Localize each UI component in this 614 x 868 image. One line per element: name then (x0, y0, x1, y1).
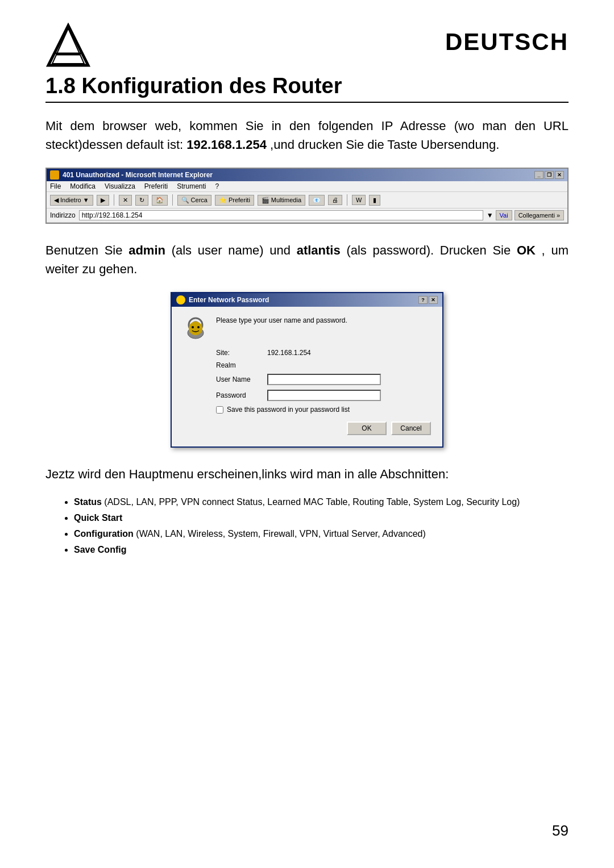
site-value: 192.168.1.254 (267, 349, 311, 357)
toolbar-separator-2 (172, 194, 173, 206)
dialog-question-button[interactable]: ? (418, 296, 428, 304)
svg-point-10 (189, 322, 202, 335)
instr-mid1: (als user name) und (172, 243, 297, 257)
extra-icon: ▮ (373, 197, 376, 204)
search-button[interactable]: 🔍 Cerca (177, 195, 211, 206)
list-item: Configuration (WAN, LAN, Wireless, Syste… (74, 529, 569, 539)
logo-area (45, 23, 91, 68)
main-menu-paragraph: Jeztz wird den Hauptmenu erscheinen,link… (45, 465, 569, 483)
browser-titlebar: 401 Unauthorized - Microsoft Internet Ex… (47, 169, 567, 181)
close-button[interactable]: ✕ (555, 171, 564, 179)
dropdown-icon[interactable]: ▼ (487, 211, 493, 219)
password-label: Password (216, 391, 267, 399)
media-button[interactable]: 🎬 Multimedia (258, 195, 305, 206)
browser-addressbar: Indirizzo ▼ Vai Collegamenti » (47, 208, 567, 223)
home-button[interactable]: 🏠 (152, 195, 168, 206)
configuration-detail: (WAN, LAN, Wireless, System, Firewall, V… (136, 529, 425, 539)
favorites-button[interactable]: ⭐ Preferiti (215, 195, 254, 206)
search-label: Cerca (191, 197, 208, 203)
media-icon: 🎬 (262, 197, 269, 204)
quickstart-label: Quick Start (74, 513, 122, 523)
word-button[interactable]: W (352, 195, 366, 205)
star-icon: ⭐ (219, 197, 227, 204)
site-label: Site: (216, 349, 267, 357)
ie-icon (50, 170, 59, 180)
mail-button[interactable]: 📧 (309, 195, 325, 206)
realm-row: Realm (216, 361, 431, 369)
mail-icon: 📧 (313, 197, 321, 204)
vai-button[interactable]: Vai (496, 210, 512, 220)
section-heading: 1.8 Konfiguration des Router (45, 74, 569, 103)
back-icon: ◀ (54, 197, 59, 204)
media-label: Multimedia (271, 197, 301, 203)
feature-list: Status (ADSL, LAN, PPP, VPN connect Stat… (45, 497, 569, 555)
back-button[interactable]: ◀ Indietro ▼ (50, 195, 93, 206)
extra-button[interactable]: ▮ (369, 195, 380, 206)
forward-button[interactable]: ▶ (97, 195, 109, 206)
intro-paragraph: Mit dem browser web, kommen Sie in den f… (45, 116, 569, 154)
list-item: Status (ADSL, LAN, PPP, VPN connect Stat… (74, 497, 569, 507)
dialog-close-button[interactable]: ✕ (429, 296, 438, 304)
instr-mid2: (als password). Drucken Sie (346, 243, 517, 257)
intro-text-after: ,und drucken Sie die Taste Ubersendung. (270, 137, 499, 152)
browser-window: 401 Unauthorized - Microsoft Internet Ex… (45, 168, 569, 224)
instr-password: atlantis (297, 243, 341, 257)
save-password-row: Save this password in your password list (216, 406, 431, 414)
dialog-overlay: Enter Network Password ? ✕ (136, 292, 478, 448)
stop-button[interactable]: ✕ (119, 195, 132, 206)
back-dropdown-icon: ▼ (83, 197, 89, 203)
deutsch-label: DEUTSCH (445, 28, 569, 56)
password-instruction: Benutzen Sie admin (als user name) und a… (45, 241, 569, 278)
ok-button[interactable]: OK (347, 422, 387, 435)
dialog-title-area: Enter Network Password (176, 295, 269, 304)
dialog-prompt: Please type your user name and password. (216, 316, 347, 326)
cancel-button[interactable]: Cancel (391, 422, 431, 435)
list-item: Save Config (74, 545, 569, 555)
instr-ok: OK (517, 243, 536, 257)
realm-label: Realm (216, 361, 267, 369)
browser-toolbar: ◀ Indietro ▼ ▶ ✕ ↻ 🏠 🔍 Cerca ⭐ Preferiti… (47, 192, 567, 208)
toolbar-separator-1 (114, 194, 114, 206)
refresh-button[interactable]: ↻ (135, 195, 148, 206)
menu-visualizza[interactable]: Visualizza (105, 182, 135, 190)
dialog-title-label: Enter Network Password (189, 296, 269, 304)
menu-modifica[interactable]: Modifica (70, 182, 96, 190)
menu-strumenti[interactable]: Strumenti (177, 182, 206, 190)
titlebar-controls[interactable]: _ ❐ ✕ (534, 171, 564, 179)
status-label: Status (74, 497, 102, 507)
save-password-label: Save this password in your password list (227, 406, 350, 414)
toolbar-separator-3 (347, 194, 347, 206)
menu-file[interactable]: File (50, 182, 61, 190)
dialog-title-controls[interactable]: ? ✕ (418, 296, 438, 304)
username-label: User Name (216, 375, 267, 383)
site-row: Site: 192.168.1.254 (216, 349, 431, 357)
restore-button[interactable]: ❐ (545, 171, 554, 179)
menu-preferiti[interactable]: Preferiti (144, 182, 168, 190)
username-input[interactable] (267, 374, 381, 385)
saveconfig-label: Save Config (74, 545, 126, 554)
password-input[interactable] (267, 390, 381, 401)
configuration-label: Configuration (74, 529, 134, 539)
save-password-checkbox[interactable] (216, 406, 223, 414)
svg-point-12 (197, 326, 200, 328)
status-detail: (ADSL, LAN, PPP, VPN connect Status, Lea… (104, 497, 520, 507)
page-number: 59 (552, 822, 569, 840)
back-label: Indietro (60, 197, 81, 203)
dialog-titlebar: Enter Network Password ? ✕ (172, 293, 442, 307)
print-icon: 🖨 (332, 197, 338, 203)
browser-menubar: File Modifica Visualizza Preferiti Strum… (47, 181, 567, 192)
address-label: Indirizzo (50, 211, 76, 219)
dialog-fields: Site: 192.168.1.254 Realm User Name Pass… (216, 349, 431, 401)
lock-icon (183, 316, 208, 341)
menu-help[interactable]: ? (215, 182, 219, 190)
password-row: Password (216, 390, 431, 401)
minimize-button[interactable]: _ (534, 171, 544, 179)
address-input[interactable] (79, 210, 483, 220)
svg-point-11 (192, 326, 194, 328)
dialog-top: Please type your user name and password. (183, 316, 431, 341)
header: DEUTSCH (45, 23, 569, 68)
browser-titlebar-left: 401 Unauthorized - Microsoft Internet Ex… (50, 170, 213, 180)
collegamenti-button[interactable]: Collegamenti » (515, 210, 564, 220)
print-button[interactable]: 🖨 (328, 195, 342, 205)
username-row: User Name (216, 374, 431, 385)
